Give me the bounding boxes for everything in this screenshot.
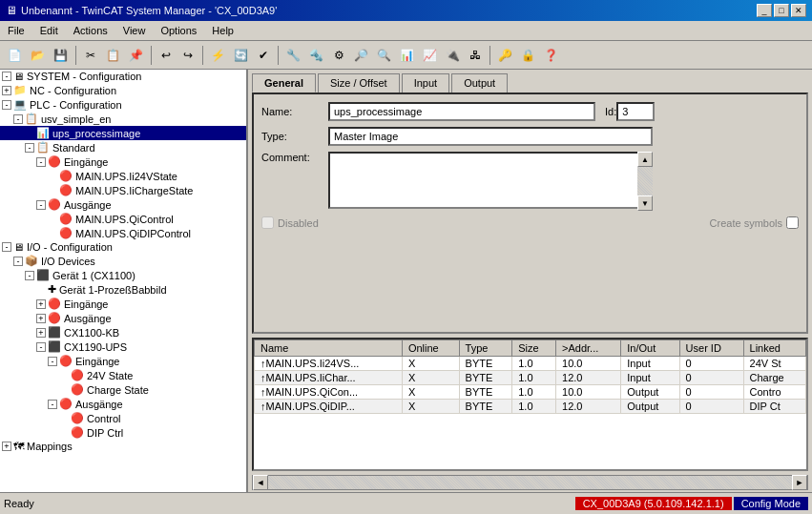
tb-redo[interactable]: ↪ — [177, 45, 198, 66]
menu-actions[interactable]: Actions — [66, 23, 115, 38]
expander-cx1190[interactable]: - — [36, 342, 46, 352]
tree-node-control[interactable]: 🔴 Control — [0, 411, 246, 425]
tree-node-plc[interactable]: - 💻 PLC - Configuration — [0, 97, 246, 112]
table-row[interactable]: ↑MAIN.UPS.IiChar...XBYTE1.012.0Input0Cha… — [255, 371, 806, 385]
col-type[interactable]: Type — [459, 340, 512, 357]
tb-b7[interactable]: 📈 — [419, 45, 441, 66]
expander-mappings[interactable]: + — [2, 442, 11, 451]
tb-cut[interactable]: ✂ — [80, 45, 101, 66]
tree-node-gerat1aus[interactable]: + 🔴 Ausgänge — [0, 311, 246, 325]
col-linked[interactable]: Linked — [743, 340, 805, 357]
maximize-button[interactable]: □ — [774, 4, 789, 17]
tb-b1[interactable]: 🔧 — [282, 45, 304, 66]
col-size[interactable]: Size — [512, 340, 556, 357]
tree-node-cx1190ein[interactable]: - 🔴 Eingänge — [0, 354, 246, 368]
menu-help[interactable]: Help — [204, 23, 241, 38]
tree-node-mappings[interactable]: + 🗺 Mappings — [0, 440, 246, 453]
tree-node-24v[interactable]: 🔴 24V State — [0, 368, 246, 382]
type-input[interactable] — [328, 127, 653, 146]
tree-node-eingange[interactable]: - 🔴 Eingänge — [0, 154, 246, 169]
minimize-button[interactable]: _ — [757, 4, 772, 17]
tree-node-qi[interactable]: 🔴 MAIN.UPS.QiControl — [0, 212, 246, 226]
comment-scroll-up[interactable]: ▲ — [637, 152, 653, 167]
expander-cx1100kb[interactable]: + — [36, 328, 46, 338]
tree-node-iicharge[interactable]: 🔴 MAIN.UPS.IiChargeState — [0, 183, 246, 197]
tree-node-nc[interactable]: + 📁 NC - Configuration — [0, 83, 246, 97]
expander-io[interactable]: - — [2, 242, 11, 252]
menu-edit[interactable]: Edit — [32, 23, 66, 38]
table-row[interactable]: ↑MAIN.UPS.QiDIP...XBYTE1.012.0Output0DIP… — [255, 400, 806, 414]
tree-node-cx1190[interactable]: - ⬛ CX1190-UPS — [0, 339, 246, 354]
tree-node-io[interactable]: - 🖥 I/O - Configuration — [0, 240, 246, 254]
tab-size-offset[interactable]: Size / Offset — [318, 73, 400, 93]
menu-options[interactable]: Options — [153, 23, 204, 38]
comment-scroll-down[interactable]: ▼ — [637, 195, 653, 211]
tree-node-gerat1ein[interactable]: + 🔴 Eingänge — [0, 297, 246, 311]
expander-gerat1ein[interactable]: + — [36, 299, 46, 309]
tb-check[interactable]: ✔ — [253, 45, 274, 66]
expander-plc[interactable]: - — [2, 100, 11, 110]
expander-cx1190ein[interactable]: - — [48, 357, 57, 366]
tree-node-cx1190aus[interactable]: - 🔴 Ausgänge — [0, 397, 246, 411]
tb-b9[interactable]: 🖧 — [465, 45, 486, 66]
tree-node-dipctrl[interactable]: 🔴 DIP Ctrl — [0, 425, 246, 440]
tree-node-ups-processimage[interactable]: 📊 ups_processimage — [0, 126, 246, 140]
name-input[interactable] — [328, 102, 595, 121]
expander-system[interactable]: - — [2, 72, 11, 81]
tb-paste[interactable]: 📌 — [125, 45, 147, 66]
tree-node-system[interactable]: - 🖥 SYSTEM - Configuration — [0, 70, 246, 83]
close-button[interactable]: ✕ — [791, 4, 806, 17]
col-inout[interactable]: In/Out — [621, 340, 679, 357]
col-userid[interactable]: User ID — [679, 340, 743, 357]
tb-save[interactable]: 💾 — [50, 45, 72, 66]
table-row[interactable]: ↑MAIN.UPS.QiCon...XBYTE1.010.0Output0Con… — [255, 385, 806, 400]
tb-b8[interactable]: 🔌 — [442, 45, 464, 66]
expander-eingange[interactable]: - — [36, 157, 46, 167]
table-row[interactable]: ↑MAIN.UPS.Ii24VS...XBYTE1.010.0Input024V… — [255, 357, 806, 371]
comment-textarea[interactable] — [328, 152, 653, 209]
tb-b11[interactable]: 🔒 — [517, 45, 539, 66]
tree-node-gerat1prozess[interactable]: ✚ Gerät 1-ProzeßBabbild — [0, 282, 246, 297]
tb-undo[interactable]: ↩ — [156, 45, 177, 66]
expander-gerat1[interactable]: - — [25, 271, 34, 280]
tb-b2[interactable]: 🔩 — [305, 45, 327, 66]
tree-node-ausgange[interactable]: - 🔴 Ausgänge — [0, 197, 246, 212]
expander-standard[interactable]: - — [25, 143, 34, 153]
tree-node-standard[interactable]: - 📋 Standard — [0, 140, 246, 154]
expander-cx1190aus[interactable]: - — [48, 400, 57, 409]
tb-b4[interactable]: 🔎 — [350, 45, 372, 66]
tree-node-gerat1[interactable]: - ⬛ Gerät 1 (CX1100) — [0, 268, 246, 282]
menu-view[interactable]: View — [115, 23, 154, 38]
tb-b6[interactable]: 📊 — [396, 45, 418, 66]
expander-gerat1aus[interactable]: + — [36, 314, 46, 323]
scroll-right-btn[interactable]: ► — [792, 475, 807, 490]
expander-nc[interactable]: + — [2, 86, 11, 95]
scroll-left-btn[interactable]: ◄ — [253, 475, 268, 490]
tb-restart[interactable]: 🔄 — [230, 45, 252, 66]
col-addr[interactable]: >Addr... — [556, 340, 621, 357]
col-name[interactable]: Name — [255, 340, 403, 357]
menu-file[interactable]: File — [0, 23, 32, 38]
tree-node-usv[interactable]: - 📋 usv_simple_en — [0, 112, 246, 126]
expander-iodevices[interactable]: - — [13, 257, 23, 266]
tb-activate[interactable]: ⚡ — [207, 45, 229, 66]
expander-ausgange[interactable]: - — [36, 200, 46, 210]
col-online[interactable]: Online — [402, 340, 459, 357]
id-input[interactable] — [616, 102, 655, 121]
tree-node-cx1100kb[interactable]: + ⬛ CX1100-KB — [0, 325, 246, 339]
tree-node-charge[interactable]: 🔴 Charge State — [0, 382, 246, 397]
tb-open[interactable]: 📂 — [27, 45, 49, 66]
tb-copy[interactable]: 📋 — [102, 45, 124, 66]
tb-b10[interactable]: 🔑 — [494, 45, 516, 66]
create-symbols-checkbox[interactable] — [786, 216, 799, 229]
tb-b3[interactable]: ⚙ — [328, 45, 349, 66]
tb-help[interactable]: ❓ — [540, 45, 562, 66]
tree-node-ii24v[interactable]: 🔴 MAIN.UPS.Ii24VState — [0, 169, 246, 183]
tb-new[interactable]: 📄 — [4, 45, 26, 66]
disabled-checkbox[interactable] — [261, 216, 274, 229]
tab-general[interactable]: General — [252, 73, 316, 93]
tree-node-iodevices[interactable]: - 📦 I/O Devices — [0, 254, 246, 268]
tb-b5[interactable]: 🔍 — [373, 45, 395, 66]
tree-node-qidip[interactable]: 🔴 MAIN.UPS.QiDIPControl — [0, 226, 246, 240]
tab-input[interactable]: Input — [402, 73, 449, 93]
